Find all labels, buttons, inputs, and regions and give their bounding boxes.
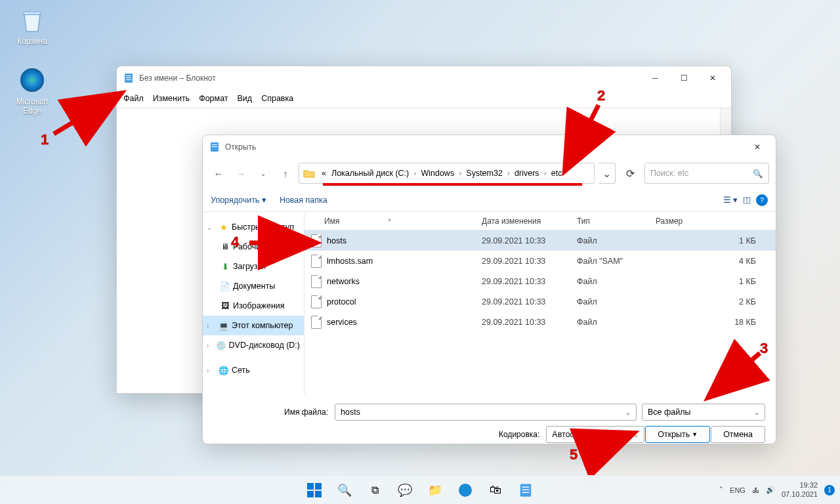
- column-name[interactable]: Имя^: [304, 212, 475, 230]
- tree-documents[interactable]: 📄Документы: [203, 276, 304, 296]
- column-modified[interactable]: Дата изменения: [475, 212, 570, 230]
- close-button[interactable]: ✕: [743, 137, 772, 157]
- breadcrumb-part[interactable]: etc: [549, 167, 565, 179]
- close-button[interactable]: ✕: [698, 68, 727, 88]
- task-view-button[interactable]: ⧉: [362, 477, 388, 503]
- forward-button[interactable]: →: [232, 164, 250, 182]
- store-icon: 🛍: [490, 483, 501, 497]
- encoding-select[interactable]: Автообнаружение⌄: [546, 426, 644, 443]
- desktop-icon-edge[interactable]: Microsoft Edge: [9, 66, 55, 116]
- file-size: 18 КБ: [649, 318, 776, 327]
- menu-view[interactable]: Вид: [238, 94, 253, 103]
- maximize-button[interactable]: ☐: [669, 68, 698, 88]
- column-type[interactable]: Тип: [570, 212, 649, 230]
- search-button[interactable]: 🔍: [331, 477, 358, 503]
- annotation-2: 2: [597, 87, 605, 104]
- dialog-title: Открыть: [225, 142, 256, 152]
- column-size[interactable]: Размер: [649, 212, 776, 230]
- back-button[interactable]: ←: [209, 164, 228, 182]
- taskbar-store[interactable]: 🛍: [482, 477, 509, 503]
- tray-language[interactable]: ENG: [730, 486, 746, 494]
- svg-rect-4: [126, 79, 131, 80]
- file-row[interactable]: hosts 29.09.2021 10:33 Файл 1 КБ: [304, 230, 776, 251]
- taskbar: 🔍 ⧉ 💬 📁 🛍 ˄ ENG 🖧 🔊 19:32 07.10.2021 1: [0, 475, 840, 504]
- svg-rect-15: [307, 491, 314, 497]
- svg-rect-7: [212, 146, 217, 147]
- refresh-button[interactable]: ⟳: [620, 163, 640, 184]
- start-button[interactable]: [301, 477, 327, 503]
- star-icon: ★: [219, 222, 229, 232]
- tree-dvd[interactable]: ›💿DVD-дисковод (D:): [203, 335, 304, 355]
- file-date: 29.09.2021 10:33: [475, 257, 570, 266]
- up-button[interactable]: ↑: [276, 164, 295, 182]
- annotation-5: 5: [570, 446, 578, 463]
- tray-notifications[interactable]: 1: [824, 485, 835, 495]
- filename-input[interactable]: hosts⌄: [335, 404, 637, 421]
- tray-volume-icon[interactable]: 🔊: [766, 486, 775, 494]
- file-name: hosts: [327, 236, 346, 245]
- svg-rect-6: [212, 144, 217, 145]
- address-bar[interactable]: « Локальный диск (C:)› Windows› System32…: [299, 163, 595, 184]
- menu-file[interactable]: Файл: [123, 94, 144, 103]
- network-icon: 🌐: [219, 365, 229, 375]
- tree-downloads[interactable]: ⬇Загрузки: [203, 257, 304, 276]
- cancel-button[interactable]: Отмена: [711, 426, 765, 443]
- recycle-bin-icon: [18, 5, 47, 34]
- taskbar-explorer[interactable]: 📁: [422, 477, 448, 503]
- minimize-button[interactable]: ─: [640, 68, 669, 88]
- annotation-3: 3: [760, 340, 768, 357]
- tray-chevron[interactable]: ˄: [719, 486, 723, 494]
- file-row[interactable]: lmhosts.sam 29.09.2021 10:33 Файл "SAM" …: [304, 251, 776, 271]
- tree-this-pc[interactable]: ›💻Этот компьютер: [203, 316, 304, 335]
- file-type-filter[interactable]: Все файлы⌄: [642, 404, 765, 421]
- tray-network-icon[interactable]: 🖧: [752, 486, 759, 494]
- desktop-icon-recycle-bin[interactable]: Корзина: [9, 5, 55, 46]
- preview-pane-button[interactable]: ◫: [743, 195, 751, 205]
- tray-clock[interactable]: 19:32 07.10.2021: [782, 481, 818, 498]
- svg-line-8: [54, 97, 115, 134]
- file-type: Файл "SAM": [570, 257, 649, 266]
- file-row[interactable]: protocol 29.09.2021 10:33 Файл 2 КБ: [304, 291, 776, 312]
- tree-quick-access[interactable]: ⌄★Быстрый доступ: [203, 217, 304, 237]
- breadcrumb-part[interactable]: Локальный диск (C:): [329, 167, 411, 179]
- menu-edit[interactable]: Изменить: [153, 94, 190, 103]
- breadcrumb-prefix: «: [319, 167, 329, 179]
- open-dialog: Открыть ✕ ← → ⌄ ↑ « Локальный диск (C:)›…: [202, 135, 776, 444]
- open-button[interactable]: Открыть ▼: [645, 426, 710, 443]
- tree-pictures[interactable]: 🖼Изображения: [203, 296, 304, 316]
- breadcrumb-part[interactable]: drivers: [512, 167, 542, 179]
- navigation-tree: ⌄★Быстрый доступ 🖥Рабочий стол ⬇Загрузки…: [203, 212, 304, 396]
- help-button[interactable]: ?: [756, 194, 768, 206]
- tree-desktop[interactable]: 🖥Рабочий стол: [203, 237, 304, 257]
- organize-button[interactable]: Упорядочить ▾: [211, 195, 266, 205]
- view-options-button[interactable]: ☰ ▾: [723, 195, 738, 205]
- taskbar-chat[interactable]: 💬: [392, 477, 418, 503]
- taskbar-notepad[interactable]: [513, 477, 539, 503]
- menu-help[interactable]: Справка: [261, 94, 293, 103]
- file-type: Файл: [570, 277, 649, 286]
- file-name: protocol: [327, 297, 356, 306]
- picture-icon: 🖼: [220, 301, 230, 311]
- notepad-icon: [123, 73, 134, 83]
- file-size: 1 КБ: [649, 236, 776, 245]
- recent-button[interactable]: ⌄: [254, 164, 272, 182]
- menu-format[interactable]: Формат: [199, 94, 228, 103]
- file-list-header: Имя^ Дата изменения Тип Размер: [304, 212, 776, 230]
- address-history-button[interactable]: ⌄: [598, 163, 616, 184]
- filename-label: Имя файла:: [213, 408, 335, 417]
- taskbar-edge[interactable]: [452, 477, 478, 503]
- search-input[interactable]: Поиск: etc 🔍: [644, 163, 769, 184]
- tree-network[interactable]: ›🌐Сеть: [203, 360, 304, 380]
- breadcrumb-part[interactable]: Windows: [418, 167, 457, 179]
- svg-rect-16: [315, 491, 322, 497]
- folder-icon: [303, 169, 315, 178]
- file-row[interactable]: networks 29.09.2021 10:33 Файл 1 КБ: [304, 271, 776, 291]
- menubar: Файл Изменить Формат Вид Справка: [117, 89, 731, 108]
- svg-point-17: [459, 484, 472, 497]
- new-folder-button[interactable]: Новая папка: [280, 196, 327, 205]
- desktop-icon: 🖥: [220, 242, 230, 252]
- file-row[interactable]: services 29.09.2021 10:33 Файл 18 КБ: [304, 312, 776, 332]
- search-placeholder: Поиск: etc: [650, 169, 688, 178]
- file-size: 4 КБ: [649, 257, 776, 266]
- breadcrumb-part[interactable]: System32: [463, 167, 505, 179]
